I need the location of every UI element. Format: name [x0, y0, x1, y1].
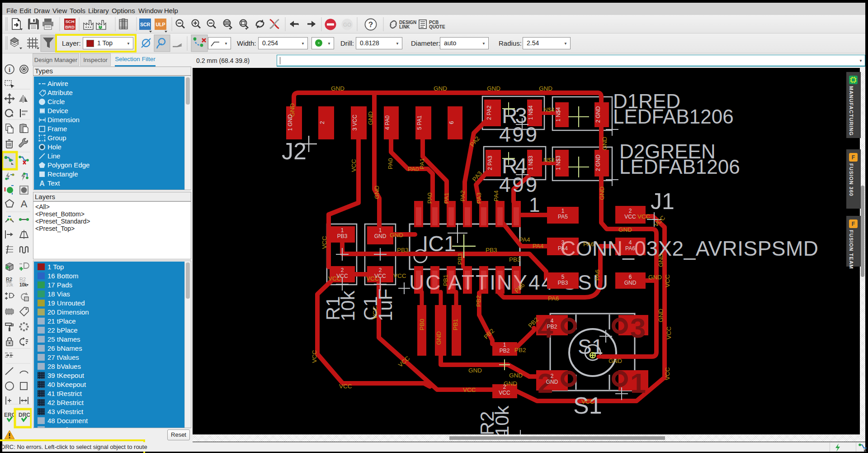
- svg-text:2 GND: 2 GND: [595, 106, 601, 123]
- svg-text:SCR: SCR: [140, 22, 151, 27]
- svg-text:1: 1: [341, 227, 344, 234]
- svg-text:4 PA0: 4 PA0: [384, 115, 391, 130]
- svg-text:2 PA2: 2 PA2: [486, 105, 492, 120]
- svg-text:PB1: PB1: [452, 319, 459, 330]
- svg-text:2: 2: [341, 267, 344, 273]
- svg-text:S1: S1: [573, 392, 602, 419]
- svg-text:GND: GND: [435, 331, 442, 345]
- svg-text:F: F: [852, 221, 855, 227]
- svg-text:2 GND: 2 GND: [595, 154, 601, 171]
- svg-text:VCC: VCC: [350, 159, 357, 172]
- svg-text:GND: GND: [648, 274, 662, 281]
- svg-text:10k: 10k: [337, 290, 359, 321]
- svg-text:SCH: SCH: [65, 19, 74, 24]
- svg-text:VCC: VCC: [637, 213, 651, 220]
- svg-text:PB2: PB2: [514, 347, 526, 353]
- svg-text:GND: GND: [657, 309, 664, 322]
- svg-text:2: 2: [629, 208, 632, 214]
- svg-text:4: 4: [551, 318, 554, 324]
- svg-text:A: A: [39, 180, 45, 187]
- svg-text:R2: R2: [19, 277, 26, 282]
- svg-text:PB3: PB3: [457, 253, 463, 265]
- svg-text:GND: GND: [539, 85, 552, 92]
- svg-text:GND: GND: [367, 111, 374, 125]
- svg-text:2: 2: [379, 267, 382, 273]
- svg-text:VCC: VCC: [372, 306, 378, 319]
- svg-text:VCC: VCC: [664, 367, 671, 380]
- svg-text:i: i: [9, 66, 10, 73]
- svg-text:PA4: PA4: [493, 190, 500, 201]
- svg-text:PB2: PB2: [475, 295, 482, 307]
- svg-text:PB1: PB1: [442, 274, 449, 286]
- svg-text:R2: R2: [6, 277, 12, 282]
- svg-text:LEDFAB1206: LEDFAB1206: [619, 156, 740, 178]
- svg-text:2: 2: [503, 384, 506, 390]
- svg-text:PA2: PA2: [459, 190, 466, 201]
- svg-text:VCC: VCC: [374, 273, 386, 279]
- svg-text:N$4: N$4: [543, 106, 555, 113]
- svg-text:VCC: VCC: [339, 383, 352, 390]
- svg-text:1 N$4: 1 N$4: [528, 105, 534, 120]
- svg-text:PB3: PB3: [486, 247, 497, 253]
- svg-text:PB2: PB2: [547, 324, 557, 330]
- svg-text:1 GND: 1 GND: [287, 114, 293, 131]
- svg-text:VCC: VCC: [336, 273, 348, 279]
- svg-text:3: 3: [561, 239, 565, 246]
- svg-text:GND: GND: [657, 253, 664, 267]
- svg-text:IC1: IC1: [422, 232, 456, 256]
- svg-text:J2: J2: [282, 138, 307, 164]
- svg-text:2: 2: [319, 121, 326, 124]
- svg-text:6: 6: [629, 274, 632, 280]
- svg-text:1 N$3: 1 N$3: [555, 156, 561, 170]
- svg-text:DRC: DRC: [19, 412, 30, 418]
- svg-text:PA0: PA0: [426, 192, 433, 204]
- svg-text:5: 5: [561, 274, 565, 280]
- svg-text:PB3: PB3: [337, 233, 348, 239]
- svg-text:1 N$3: 1 N$3: [528, 156, 534, 170]
- svg-text:VCC: VCC: [624, 214, 636, 220]
- svg-text:10k: 10k: [19, 282, 27, 287]
- svg-text:5 PA1: 5 PA1: [416, 115, 423, 130]
- svg-text:PB3: PB3: [397, 247, 409, 253]
- svg-text:GO: GO: [343, 22, 352, 28]
- svg-text:PA5: PA5: [558, 214, 568, 220]
- svg-text:GND: GND: [618, 226, 632, 233]
- svg-text:GND: GND: [331, 85, 344, 92]
- svg-text:PA6: PA6: [594, 269, 601, 281]
- svg-text:GND: GND: [609, 358, 622, 364]
- svg-text:PA6: PA6: [548, 295, 559, 302]
- svg-text:1: 1: [529, 194, 540, 216]
- svg-text:GND: GND: [509, 372, 523, 379]
- svg-text:VCC: VCC: [665, 326, 672, 339]
- svg-text:PB3: PB3: [558, 280, 568, 286]
- svg-text:ULP: ULP: [156, 22, 165, 27]
- svg-text:?: ?: [368, 20, 373, 29]
- svg-text:3: 3: [630, 312, 646, 343]
- svg-text:VCC: VCC: [463, 386, 476, 393]
- svg-text:PA4: PA4: [519, 236, 530, 243]
- svg-text:VCC: VCC: [393, 272, 406, 279]
- svg-text:GND: GND: [374, 233, 387, 239]
- svg-text:GND: GND: [601, 137, 608, 150]
- svg-text:PA4: PA4: [558, 245, 568, 252]
- svg-text:PA6: PA6: [625, 245, 635, 252]
- svg-text:A: A: [21, 198, 28, 210]
- svg-text:PA0: PA0: [387, 158, 394, 169]
- svg-text:J1: J1: [651, 189, 675, 214]
- svg-text:PB0: PB0: [419, 319, 425, 330]
- svg-text:1: 1: [630, 367, 646, 399]
- svg-text:10k: 10k: [6, 282, 14, 287]
- svg-text:PA3: PA3: [476, 192, 482, 204]
- svg-text:QUOTE: QUOTE: [429, 24, 445, 29]
- svg-text:GND: GND: [624, 280, 637, 286]
- svg-text:PA1: PA1: [443, 192, 450, 204]
- svg-text:2: 2: [551, 373, 554, 379]
- svg-text:VCC: VCC: [581, 398, 594, 405]
- svg-text:VCC: VCC: [499, 390, 510, 396]
- svg-text:VCC: VCC: [311, 350, 318, 363]
- svg-text:499: 499: [499, 173, 537, 196]
- svg-text:GND: GND: [487, 85, 500, 92]
- svg-text:4: 4: [629, 239, 632, 246]
- svg-text:1: 1: [379, 227, 382, 234]
- svg-text:6: 6: [448, 121, 455, 124]
